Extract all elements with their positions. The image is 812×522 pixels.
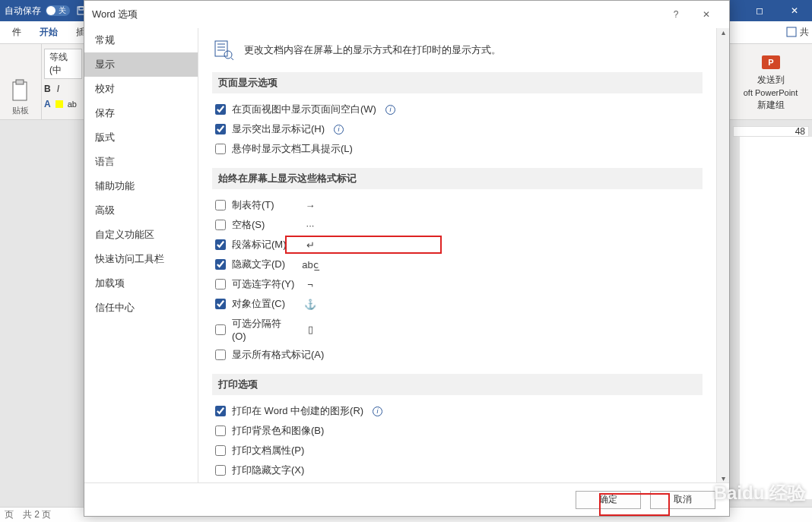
doc-page	[740, 137, 812, 499]
option-label: 打印文档属性(P)	[232, 444, 304, 457]
ribbon-tab-home[interactable]: 开始	[30, 21, 67, 43]
ribbon-group-addin: P 发送到 oft PowerPoint 新建组	[728, 44, 812, 119]
sidebar-item-save[interactable]: 保存	[84, 101, 198, 125]
mark-preview: ···	[301, 220, 319, 231]
option-label: 对象位置(C)	[232, 297, 285, 311]
option-checkbox[interactable]	[215, 144, 226, 154]
cancel-button[interactable]: 取消	[650, 491, 715, 509]
option-row: 显示所有格式标记(A)	[212, 345, 703, 365]
option-checkbox[interactable]	[215, 299, 226, 309]
content-description-row: 更改文档内容在屏幕上的显示方式和在打印时的显示方式。	[212, 39, 703, 62]
display-options-icon	[212, 39, 235, 62]
autosave-label: 自动保存	[5, 5, 41, 17]
option-row: 打印隐藏文字(X)	[212, 460, 703, 480]
option-row: 打印背景色和图像(B)	[212, 421, 703, 441]
svg-point-11	[224, 51, 232, 59]
option-label: 隐藏文字(D)	[232, 258, 285, 271]
svg-line-12	[231, 58, 233, 60]
watermark-logo: Baidu 经验	[714, 481, 806, 505]
option-label: 打印在 Word 中创建的图形(R)	[232, 404, 363, 418]
option-checkbox[interactable]	[215, 279, 226, 289]
option-label: 打印背景色和图像(B)	[232, 424, 324, 438]
option-row: 打印文档属性(P)	[212, 441, 703, 460]
sidebar-item-trust[interactable]: 信任中心	[84, 296, 198, 320]
mark-preview: ↵	[301, 239, 319, 251]
svg-rect-2	[787, 27, 796, 36]
dialog-body: 常规显示校对保存版式语言辅助功能高级自定义功能区快速访问工具栏加载项信任中心 更…	[84, 28, 729, 482]
option-row: 在页面视图中显示页面间空白(W)i	[212, 100, 703, 119]
autosave-control[interactable]: 自动保存 关	[5, 5, 70, 17]
ribbon-group-label: 贴板	[12, 105, 29, 116]
italic-button[interactable]: I	[57, 84, 59, 94]
ok-button[interactable]: 确定	[576, 491, 641, 509]
info-icon[interactable]: i	[385, 105, 395, 115]
sidebar-item-language[interactable]: 语言	[84, 150, 198, 174]
option-label: 显示所有格式标记(A)	[232, 348, 324, 362]
highlight-button[interactable]	[56, 100, 63, 108]
option-label: 空格(S)	[232, 218, 265, 232]
word-options-dialog: Word 选项 ? ✕ 常规显示校对保存版式语言辅助功能高级自定义功能区快速访问…	[84, 0, 730, 517]
info-icon[interactable]: i	[334, 125, 344, 134]
option-label: 段落标记(M)	[232, 238, 287, 252]
fontcolor-button[interactable]: A	[44, 99, 51, 109]
addin-send-sub: oft PowerPoint	[744, 88, 798, 97]
dialog-close-button[interactable]: ✕	[691, 1, 722, 28]
ribbon-group-label: 新建组	[757, 99, 785, 112]
sidebar-item-display[interactable]: 显示	[84, 52, 198, 77]
option-checkbox[interactable]	[215, 259, 226, 270]
paste-icon[interactable]	[10, 79, 31, 103]
option-checkbox[interactable]	[215, 426, 226, 436]
option-row: 隐藏文字(D)abc̲	[212, 255, 703, 274]
dialog-titlebar: Word 选项 ? ✕	[84, 1, 729, 28]
sidebar-item-general[interactable]: 常规	[84, 28, 198, 52]
option-checkbox[interactable]	[215, 445, 226, 456]
sidebar-item-advanced[interactable]: 高级	[84, 198, 198, 223]
sidebar-item-layout[interactable]: 版式	[84, 125, 198, 150]
svg-rect-7	[215, 41, 227, 56]
ruler: 48	[733, 126, 809, 137]
ruler-pos-value: 48	[795, 126, 805, 137]
clear-fmt-button[interactable]: ab	[68, 100, 77, 109]
option-row: 制表符(T)→	[212, 195, 703, 215]
option-row: 显示突出显示标记(H)i	[212, 119, 703, 139]
autosave-toggle[interactable]: 关	[46, 5, 70, 16]
mark-preview: ⚓	[301, 299, 319, 310]
powerpoint-icon[interactable]: P	[760, 52, 782, 72]
dialog-sidebar: 常规显示校对保存版式语言辅助功能高级自定义功能区快速访问工具栏加载项信任中心	[84, 28, 198, 482]
dialog-help-button[interactable]: ?	[661, 1, 691, 28]
option-checkbox[interactable]	[215, 104, 226, 115]
ribbon-tab-file[interactable]: 件	[3, 21, 30, 43]
option-row: 可选连字符(Y)¬	[212, 274, 703, 294]
option-row: 可选分隔符(O)▯	[212, 314, 703, 345]
bold-button[interactable]: B	[44, 84, 51, 94]
option-label: 制表符(T)	[232, 198, 274, 212]
dialog-scrollbar[interactable]: ▴▾	[716, 28, 729, 482]
option-checkbox[interactable]	[215, 220, 226, 230]
dialog-content: 更改文档内容在屏幕上的显示方式和在打印时的显示方式。页面显示选项在页面视图中显示…	[198, 28, 716, 482]
option-checkbox[interactable]	[215, 124, 226, 134]
info-icon[interactable]: i	[373, 407, 382, 416]
option-checkbox[interactable]	[215, 200, 226, 210]
mark-preview: ¬	[301, 279, 319, 290]
option-checkbox[interactable]	[215, 406, 226, 416]
svg-rect-3	[13, 82, 27, 100]
sidebar-item-accessibility[interactable]: 辅助功能	[84, 174, 198, 198]
mark-preview: ▯	[301, 324, 319, 335]
maximize-button[interactable]: ◻	[742, 0, 777, 21]
option-label: 显示突出显示标记(H)	[232, 122, 325, 136]
option-row: 空格(S)···	[212, 215, 703, 235]
option-row: 对象位置(C)⚓	[212, 294, 703, 314]
sidebar-item-addins[interactable]: 加载项	[84, 271, 198, 296]
dialog-footer: 确定 取消	[84, 482, 729, 516]
option-checkbox[interactable]	[215, 239, 226, 250]
font-name-box[interactable]: 等线 (中	[44, 49, 82, 79]
option-label: 在页面视图中显示页面间空白(W)	[232, 103, 376, 116]
option-checkbox[interactable]	[215, 465, 226, 476]
sidebar-item-proofing[interactable]: 校对	[84, 77, 198, 101]
sidebar-item-qat[interactable]: 快速访问工具栏	[84, 247, 198, 271]
option-checkbox[interactable]	[215, 324, 226, 335]
sidebar-item-customize_ribbon[interactable]: 自定义功能区	[84, 223, 198, 247]
close-button[interactable]: ✕	[777, 0, 812, 21]
option-checkbox[interactable]	[215, 350, 226, 360]
ribbon-share[interactable]: 共	[786, 23, 809, 41]
